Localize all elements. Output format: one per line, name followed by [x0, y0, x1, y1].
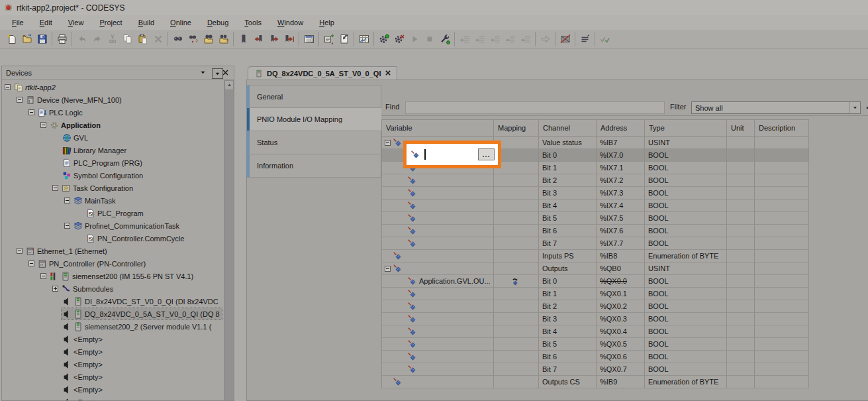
save-project-button[interactable]	[34, 32, 50, 46]
variable-cell[interactable]	[382, 212, 494, 225]
replace-button[interactable]	[185, 32, 201, 46]
column-header-description[interactable]: Description	[755, 120, 809, 137]
channel-cell[interactable]: Bit 4	[539, 200, 597, 212]
unit-cell[interactable]	[727, 225, 755, 237]
channel-cell[interactable]: Bit 3	[539, 313, 597, 325]
nav-general[interactable]: General	[247, 85, 381, 108]
filter-dropdown-arrow[interactable]	[849, 102, 860, 113]
description-cell[interactable]	[755, 187, 809, 200]
mapping-cell[interactable]	[494, 237, 539, 250]
mapping-cell[interactable]	[494, 325, 539, 338]
address-cell[interactable]: %IX7.4	[597, 200, 645, 212]
step-into-button[interactable]	[472, 32, 487, 46]
type-cell[interactable]: BOOL	[645, 200, 727, 212]
tree-item-task-configuration[interactable]: Task Configuration	[2, 182, 224, 194]
tree-item-plc-program[interactable]: PLC_Program	[2, 207, 224, 219]
address-cell[interactable]: %QX0.4	[597, 325, 645, 338]
address-cell[interactable]: %QX0.6	[597, 351, 645, 363]
cut-button[interactable]	[105, 32, 120, 46]
tree-item-siemenset200-2-server-module-v1-1[interactable]: siemenset200_2 (Server module V1.1 (	[2, 320, 224, 333]
add-fb-button[interactable]: Add FB for IO channel...	[865, 101, 868, 114]
mapping-cell[interactable]	[494, 351, 539, 363]
mapping-cell[interactable]	[494, 275, 539, 288]
expand-toggle[interactable]	[52, 286, 58, 292]
mapping-cell[interactable]	[494, 363, 539, 376]
variable-cell[interactable]	[382, 376, 494, 388]
unit-cell[interactable]	[727, 200, 755, 212]
variable-cell[interactable]: Application.GVL.OU...	[382, 275, 494, 288]
panel-menu-button[interactable]	[197, 68, 209, 78]
print-button[interactable]	[54, 32, 70, 46]
tree-scrollbar[interactable]	[224, 80, 234, 400]
variable-cell[interactable]	[382, 174, 494, 187]
open-project-button[interactable]	[19, 32, 34, 46]
unit-cell[interactable]	[727, 187, 755, 200]
tree-item-profinet-communicationtask[interactable]: Profinet_CommunicationTask	[2, 219, 224, 232]
channel-cell[interactable]: Outputs	[539, 262, 597, 275]
unit-cell[interactable]	[727, 262, 755, 275]
channel-cell[interactable]: Bit 2	[539, 174, 597, 187]
tree-item-empty[interactable]: <Empty>	[2, 333, 224, 345]
unit-cell[interactable]	[727, 212, 755, 225]
description-cell[interactable]	[755, 262, 809, 275]
channel-cell[interactable]: Bit 0	[539, 149, 597, 162]
tree-item-dq-8x24vdc-0-5a-st-v0-0-qi-dq-8[interactable]: DQ_8x24VDC_0_5A_ST_V0_0_QI (DQ 8	[2, 308, 224, 320]
collapse-toggle[interactable]	[64, 198, 70, 203]
address-cell[interactable]: %IX7.6	[597, 225, 645, 237]
variable-cell[interactable]	[382, 200, 494, 212]
description-cell[interactable]	[755, 149, 809, 162]
collapse-toggle[interactable]	[52, 185, 58, 191]
unit-cell[interactable]	[727, 162, 755, 174]
variable-cell[interactable]	[382, 325, 494, 338]
io-row-bit-4[interactable]: Bit 4%QX0.4BOOL	[382, 325, 809, 338]
description-cell[interactable]	[755, 288, 809, 300]
channel-cell[interactable]: Bit 7	[539, 363, 597, 376]
find-in-files-button[interactable]	[201, 32, 216, 46]
description-cell[interactable]	[755, 174, 809, 187]
tab-close-button[interactable]	[385, 70, 391, 78]
mapping-cell[interactable]	[494, 338, 539, 351]
new-object-button[interactable]	[321, 32, 336, 46]
tree-item-library-manager[interactable]: Library Manager	[2, 144, 224, 156]
unit-cell[interactable]	[727, 250, 755, 262]
mapping-cell[interactable]	[494, 262, 539, 275]
description-cell[interactable]	[755, 225, 809, 237]
address-cell[interactable]: %QB0	[597, 262, 645, 275]
tree-item-empty[interactable]: <Empty>	[2, 383, 224, 396]
tree-item-pn-controller-pn-controller[interactable]: PN_Controller (PN-Controller)	[2, 257, 224, 270]
collapse-toggle[interactable]	[64, 223, 70, 229]
description-cell[interactable]	[755, 351, 809, 363]
unit-cell[interactable]	[727, 351, 755, 363]
unit-cell[interactable]	[727, 300, 755, 313]
column-header-type[interactable]: Type	[645, 120, 727, 137]
type-cell[interactable]: BOOL	[645, 212, 727, 225]
io-row-bit-3[interactable]: Bit 3%QX0.3BOOL	[382, 313, 809, 325]
tree-item-symbol-configuration[interactable]: Symbol Configuration	[2, 169, 224, 182]
type-cell[interactable]: BOOL	[645, 225, 727, 237]
menu-build[interactable]: Build	[130, 17, 162, 29]
io-row-bit-6[interactable]: Bit 6%QX0.6BOOL	[382, 351, 809, 363]
menu-online[interactable]: Online	[162, 17, 199, 29]
description-cell[interactable]	[755, 137, 809, 149]
mapping-cell[interactable]	[494, 250, 539, 262]
address-cell[interactable]: %IX7.7	[597, 237, 645, 250]
tab-dq-module[interactable]: DQ_8x24VDC_0_5A_ST_V0_0_QI	[248, 66, 397, 80]
variable-cell[interactable]	[382, 250, 494, 262]
last-bookmark-button[interactable]	[281, 32, 297, 46]
description-cell[interactable]	[755, 313, 809, 325]
mapping-cell[interactable]	[494, 174, 539, 187]
tree-item-empty[interactable]: <Empty>	[2, 396, 224, 400]
unit-cell[interactable]	[727, 174, 755, 187]
variable-cell[interactable]	[382, 313, 494, 325]
io-row-bit-2[interactable]: Bit 2%QX0.2BOOL	[382, 300, 809, 313]
channel-cell[interactable]: Value status	[539, 137, 597, 149]
nav-information[interactable]: Information	[247, 154, 381, 178]
unit-cell[interactable]	[727, 237, 755, 250]
unit-cell[interactable]	[727, 325, 755, 338]
tree-item-pn-controller-commcycle[interactable]: PN_Controller.CommCycle	[2, 232, 224, 245]
collapse-toggle[interactable]	[28, 109, 34, 115]
address-cell[interactable]: %QX0.3	[597, 313, 645, 325]
address-cell[interactable]: %QX0.0	[597, 275, 645, 288]
description-cell[interactable]	[755, 376, 809, 388]
compare-button[interactable]	[557, 32, 573, 46]
